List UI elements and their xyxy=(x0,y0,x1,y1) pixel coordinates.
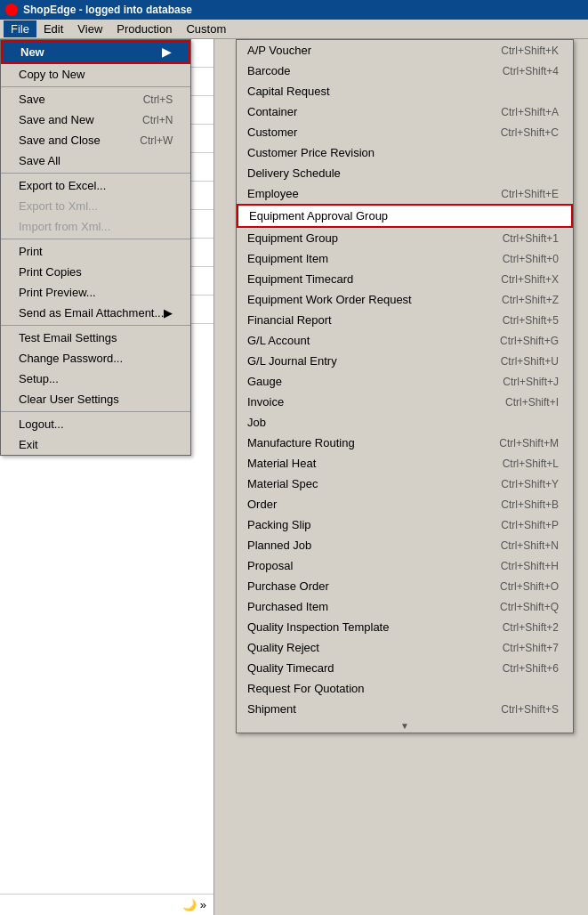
new-submenu-planned-job[interactable]: Planned Job Ctrl+Shift+N xyxy=(237,535,573,555)
new-submenu-shipment-shortcut: Ctrl+Shift+S xyxy=(501,703,559,716)
new-submenu-quality-inspection-template[interactable]: Quality Inspection Template Ctrl+Shift+2 xyxy=(237,617,573,637)
new-submenu-quality-reject[interactable]: Quality Reject Ctrl+Shift+7 xyxy=(237,637,573,658)
menu-item-print[interactable]: Print xyxy=(1,241,190,262)
menu-item-exit[interactable]: Exit xyxy=(1,434,190,455)
new-submenu-quality-timecard[interactable]: Quality Timecard Ctrl+Shift+6 xyxy=(237,658,573,678)
sidebar-footer: 🌙 » xyxy=(0,894,213,915)
new-submenu-capital-request-label: Capital Request xyxy=(247,85,330,98)
new-submenu-employee[interactable]: Employee Ctrl+Shift+E xyxy=(237,183,573,204)
new-submenu-equipment-work-order-label: Equipment Work Order Request xyxy=(247,293,412,306)
menu-item-save[interactable]: Save Ctrl+S xyxy=(1,89,190,109)
new-submenu-financial-report-label: Financial Report xyxy=(247,313,332,327)
new-submenu-equipment-group[interactable]: Equipment Group Ctrl+Shift+1 xyxy=(237,228,573,248)
new-submenu-customer-price-revision[interactable]: Customer Price Revision xyxy=(237,142,573,163)
new-submenu-material-spec[interactable]: Material Spec Ctrl+Shift+Y xyxy=(237,474,573,494)
new-submenu-request-for-quotation[interactable]: Request For Quotation xyxy=(237,678,573,699)
app-title: ShopEdge - logged into database xyxy=(23,4,192,16)
menu-item-save-and-close[interactable]: Save and Close Ctrl+W xyxy=(1,130,190,150)
menu-item-print-copies-label: Print Copies xyxy=(19,265,82,279)
new-submenu-material-heat[interactable]: Material Heat Ctrl+Shift+L xyxy=(237,453,573,474)
menu-item-new-label: New xyxy=(20,45,44,59)
separator-3 xyxy=(1,239,190,239)
new-submenu-manufacture-routing[interactable]: Manufacture Routing Ctrl+Shift+M xyxy=(237,433,573,453)
new-submenu-quality-timecard-label: Quality Timecard xyxy=(247,661,334,675)
new-submenu-packing-slip[interactable]: Packing Slip Ctrl+Shift+P xyxy=(237,514,573,535)
menu-edit[interactable]: Edit xyxy=(36,20,70,37)
new-submenu-quality-inspection-template-label: Quality Inspection Template xyxy=(247,620,389,634)
menu-item-save-all[interactable]: Save All xyxy=(1,150,190,171)
menu-item-clear-settings[interactable]: Clear User Settings xyxy=(1,389,190,409)
menu-item-copy-to-new-label: Copy to New xyxy=(19,68,85,81)
new-submenu-gl-account[interactable]: G/L Account Ctrl+Shift+G xyxy=(237,330,573,351)
new-submenu-planned-job-shortcut: Ctrl+Shift+N xyxy=(501,539,559,552)
scroll-down-indicator[interactable]: ▼ xyxy=(237,719,573,733)
menu-item-logout[interactable]: Logout... xyxy=(1,414,190,434)
new-submenu-customer-shortcut: Ctrl+Shift+C xyxy=(501,126,559,139)
new-submenu-material-heat-shortcut: Ctrl+Shift+L xyxy=(503,458,559,470)
menu-item-print-copies[interactable]: Print Copies xyxy=(1,262,190,282)
new-submenu-delivery-schedule[interactable]: Delivery Schedule xyxy=(237,163,573,183)
new-submenu-proposal[interactable]: Proposal Ctrl+Shift+H xyxy=(237,555,573,576)
menu-custom[interactable]: Custom xyxy=(179,20,233,37)
new-submenu-invoice-label: Invoice xyxy=(247,395,284,409)
new-submenu-equipment-timecard[interactable]: Equipment Timecard Ctrl+Shift+X xyxy=(237,269,573,289)
moon-icon: 🌙 xyxy=(182,898,197,911)
dropdown-overlay: New ▶ Copy to New Save Ctrl+S Save and N… xyxy=(0,39,191,456)
new-submenu-customer-price-revision-label: Customer Price Revision xyxy=(247,146,375,159)
new-submenu-equipment-work-order[interactable]: Equipment Work Order Request Ctrl+Shift+… xyxy=(237,289,573,310)
new-submenu-purchased-item-label: Purchased Item xyxy=(247,600,328,613)
menu-item-setup[interactable]: Setup... xyxy=(1,368,190,389)
separator-4 xyxy=(1,325,190,326)
new-submenu-manufacture-routing-shortcut: Ctrl+Shift+M xyxy=(499,437,559,449)
menu-item-save-and-new[interactable]: Save and New Ctrl+N xyxy=(1,109,190,130)
separator-1 xyxy=(1,86,190,87)
new-submenu-equipment-item[interactable]: Equipment Item Ctrl+Shift+0 xyxy=(237,248,573,269)
new-submenu-packing-slip-shortcut: Ctrl+Shift+P xyxy=(501,519,559,531)
menu-item-setup-label: Setup... xyxy=(19,372,59,385)
new-submenu-gl-journal-entry[interactable]: G/L Journal Entry Ctrl+Shift+U xyxy=(237,351,573,371)
menu-item-copy-to-new[interactable]: Copy to New xyxy=(1,64,190,85)
menu-item-save-and-close-shortcut: Ctrl+W xyxy=(140,134,173,147)
new-submenu-invoice[interactable]: Invoice Ctrl+Shift+I xyxy=(237,392,573,412)
new-submenu-equipment-timecard-shortcut: Ctrl+Shift+X xyxy=(501,273,559,286)
new-submenu-equipment-item-shortcut: Ctrl+Shift+0 xyxy=(503,253,559,265)
new-submenu-equipment-timecard-label: Equipment Timecard xyxy=(247,272,353,286)
menu-item-export-excel-label: Export to Excel... xyxy=(19,179,106,192)
menu-item-export-excel[interactable]: Export to Excel... xyxy=(1,175,190,196)
new-submenu-shipment[interactable]: Shipment Ctrl+Shift+S xyxy=(237,699,573,719)
new-submenu-ap-voucher[interactable]: A/P Voucher Ctrl+Shift+K xyxy=(237,40,573,61)
new-submenu-job[interactable]: Job xyxy=(237,412,573,433)
separator-2 xyxy=(1,173,190,174)
separator-5 xyxy=(1,411,190,412)
new-submenu-packing-slip-label: Packing Slip xyxy=(247,518,311,531)
new-submenu-equipment-approval-group[interactable]: Equipment Approval Group xyxy=(237,204,573,228)
menu-item-test-email[interactable]: Test Email Settings xyxy=(1,328,190,348)
expand-icon[interactable]: » xyxy=(200,898,206,911)
new-submenu-order[interactable]: Order Ctrl+Shift+B xyxy=(237,494,573,514)
new-submenu-purchase-order-label: Purchase Order xyxy=(247,579,329,593)
menu-view[interactable]: View xyxy=(70,20,109,37)
menu-item-exit-label: Exit xyxy=(19,438,38,451)
new-submenu-purchase-order[interactable]: Purchase Order Ctrl+Shift+O xyxy=(237,576,573,596)
menu-file[interactable]: File xyxy=(4,20,36,37)
new-submenu-material-spec-label: Material Spec xyxy=(247,477,318,490)
new-submenu-delivery-schedule-label: Delivery Schedule xyxy=(247,166,341,180)
menu-item-new[interactable]: New ▶ xyxy=(1,40,190,64)
new-submenu-financial-report-shortcut: Ctrl+Shift+5 xyxy=(503,314,559,327)
title-bar: ShopEdge - logged into database xyxy=(0,0,588,20)
new-submenu-financial-report[interactable]: Financial Report Ctrl+Shift+5 xyxy=(237,310,573,330)
new-submenu-purchased-item[interactable]: Purchased Item Ctrl+Shift+Q xyxy=(237,596,573,617)
new-submenu-invoice-shortcut: Ctrl+Shift+I xyxy=(498,396,559,409)
new-submenu-ap-voucher-label: A/P Voucher xyxy=(247,44,311,57)
menu-item-save-and-close-label: Save and Close xyxy=(19,134,101,147)
new-submenu-capital-request[interactable]: Capital Request xyxy=(237,81,573,101)
menu-item-print-preview[interactable]: Print Preview... xyxy=(1,282,190,303)
new-submenu-customer[interactable]: Customer Ctrl+Shift+C xyxy=(237,122,573,142)
new-submenu-container[interactable]: Container Ctrl+Shift+A xyxy=(237,101,573,122)
new-submenu-gauge[interactable]: Gauge Ctrl+Shift+J xyxy=(237,371,573,392)
new-submenu-barcode[interactable]: Barcode Ctrl+Shift+4 xyxy=(237,61,573,81)
menu-item-send-email[interactable]: Send as Email Attachment... ▶ xyxy=(1,303,190,323)
menu-item-change-password[interactable]: Change Password... xyxy=(1,348,190,368)
menu-production[interactable]: Production xyxy=(109,20,179,37)
new-submenu-equipment-item-label: Equipment Item xyxy=(247,252,328,265)
